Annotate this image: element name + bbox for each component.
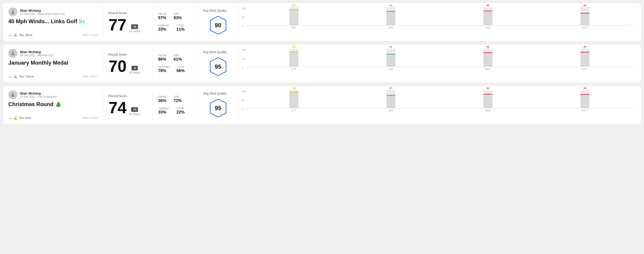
- y-label-0: 0: [242, 108, 246, 111]
- card-quality-3: Avg Shot Quality 95: [198, 90, 238, 120]
- bar-group-app: 86: [344, 45, 438, 67]
- bar-value-ott: 101: [292, 45, 296, 48]
- card-footer: ☁ ⛳ Tee: Yellow Data: Arccos: [8, 75, 98, 78]
- up-down-label: Up/Down: [158, 107, 169, 110]
- y-label-100: 100: [242, 7, 246, 10]
- bar-x-label-ott: OTT: [247, 26, 341, 29]
- stats-row-bottom: Up/Down 33% 1 Putt 11%: [158, 24, 192, 32]
- round-title: 40 Mph Winds... Links Golf 🌬️: [8, 18, 98, 24]
- y-label-0: 0: [242, 67, 246, 69]
- avatar: [8, 7, 17, 16]
- stat-up-down: Up/Down 33%: [158, 107, 169, 115]
- user-header: Blair McHarg 29 Jan 2022 · Mill Ride GCC: [8, 49, 98, 58]
- bag-icon: ⛳: [13, 33, 17, 37]
- tee-info: ☁ ⛳ Tee: Blue: [8, 116, 31, 120]
- score-row: 74 +2 18 Holes: [108, 100, 147, 116]
- card-middle-1: Round Score 77 +5 18 Holes: [103, 7, 153, 37]
- bar-value-arg: 98: [486, 4, 489, 7]
- round-title: January Monthly Medal: [8, 60, 98, 66]
- user-name: Blair McHarg: [20, 8, 65, 12]
- y-label-50: 50: [242, 16, 246, 19]
- y-label-50: 50: [242, 58, 246, 60]
- round-score-label: Round Score: [108, 53, 147, 56]
- bar-value-ott: 110: [292, 87, 296, 90]
- stats-row-top: FW Hit 36% GIR 72%: [158, 95, 192, 103]
- bar-value-ott: 107: [292, 4, 296, 7]
- user-header: Blair McHarg 12 Feb 2022 · Royal North D…: [8, 7, 98, 16]
- weather-icon: ☁: [8, 75, 12, 78]
- y-label-100: 100: [242, 49, 246, 51]
- bar-group-ott: 110: [247, 87, 341, 108]
- bar-group-arg: 98: [441, 4, 535, 25]
- holes-label: 18 Holes: [129, 29, 140, 33]
- gir-label: GIR: [174, 12, 182, 15]
- holes-label: 18 Holes: [129, 112, 140, 116]
- score-diff-badge: +5: [131, 24, 138, 29]
- score-badge: +5 18 Holes: [129, 24, 140, 33]
- one-putt-label: 1 Putt: [176, 24, 184, 27]
- quality-score: 95: [215, 63, 221, 70]
- bar-value-arg: 95: [486, 87, 489, 90]
- one-putt-value: 11%: [176, 27, 184, 32]
- y-label-0: 0: [242, 25, 246, 28]
- user-icon: [10, 92, 16, 98]
- quality-score: 95: [215, 105, 221, 112]
- y-label-50: 50: [242, 99, 246, 102]
- user-name: Blair McHarg: [20, 91, 57, 95]
- stat-one-putt: 1 Putt 56%: [176, 65, 184, 73]
- up-down-value: 78%: [158, 68, 169, 73]
- score-row: 70 -2 18 Holes: [108, 58, 147, 74]
- bar-group-putt: 82: [538, 4, 632, 25]
- fw-hit-value: 86%: [158, 57, 166, 62]
- score-diff-badge: +2: [131, 107, 138, 112]
- stat-up-down: Up/Down 78%: [158, 65, 169, 73]
- holes-label: 18 Holes: [129, 71, 140, 74]
- stat-gir: GIR 72%: [174, 95, 182, 103]
- gir-value: 61%: [174, 57, 182, 62]
- svg-point-2: [12, 52, 14, 53]
- stat-fw-hit: FW Hit 36%: [158, 95, 166, 103]
- svg-point-4: [12, 93, 14, 95]
- bar-group-arg: 96: [441, 45, 535, 67]
- bar-x-label-app: APP: [344, 26, 438, 29]
- tee-info: ☁ ⛳ Tee: Yellow: [8, 75, 34, 78]
- quality-label: Avg Shot Quality: [203, 92, 227, 95]
- up-down-value: 33%: [158, 27, 169, 32]
- stat-one-putt: 1 Putt 22%: [176, 107, 184, 115]
- bar-group-putt: 99: [538, 45, 632, 67]
- bar-x-label-putt: PUTT: [538, 26, 632, 29]
- round-card-1: Blair McHarg 12 Feb 2022 · Royal North D…: [3, 3, 641, 41]
- score-badge: +2 18 Holes: [129, 107, 140, 116]
- round-score-label: Round Score: [108, 11, 147, 15]
- up-down-label: Up/Down: [158, 65, 169, 68]
- data-source: Data: Arccos: [82, 33, 98, 36]
- fw-hit-label: FW Hit: [158, 95, 166, 98]
- card-left-2: Blair McHarg 29 Jan 2022 · Mill Ride GCC…: [8, 49, 103, 78]
- stat-fw-hit: FW Hit 86%: [158, 54, 166, 62]
- score-big: 74: [108, 100, 126, 116]
- gir-label: GIR: [174, 95, 182, 98]
- data-source: Data: Arccos: [82, 75, 98, 78]
- bar-x-label-arg: ARG: [441, 26, 535, 29]
- weather-icon: ☁: [8, 33, 12, 37]
- hexagon: 95: [208, 57, 228, 77]
- bar-value-putt: 82: [584, 4, 586, 7]
- bar-x-label-putt: PUTT: [538, 68, 632, 70]
- svg-point-0: [12, 10, 14, 12]
- bar-x-label-app: APP: [344, 109, 438, 112]
- tee-label: Tee: Blue: [19, 116, 31, 120]
- round-card-3: Blair McHarg 27 Dec 2021 · The Oxfordshi…: [3, 86, 641, 124]
- score-big: 70: [108, 58, 126, 74]
- bar-x-label-arg: ARG: [441, 68, 535, 70]
- bar-value-app: 87: [390, 87, 392, 90]
- user-info: Blair McHarg 29 Jan 2022 · Mill Ride GCC: [20, 50, 54, 57]
- round-score-label: Round Score: [108, 94, 147, 98]
- stat-fw-hit: FW Hit 57%: [158, 12, 166, 20]
- bag-icon: ⛳: [13, 116, 17, 120]
- hexagon: 95: [208, 98, 228, 118]
- round-title: Christmas Round 🎄: [8, 101, 98, 107]
- quality-score: 90: [215, 22, 221, 29]
- tee-info: ☁ ⛳ Tee: Black: [8, 33, 32, 37]
- gir-value: 72%: [174, 98, 182, 103]
- hexagon: 90: [208, 15, 228, 35]
